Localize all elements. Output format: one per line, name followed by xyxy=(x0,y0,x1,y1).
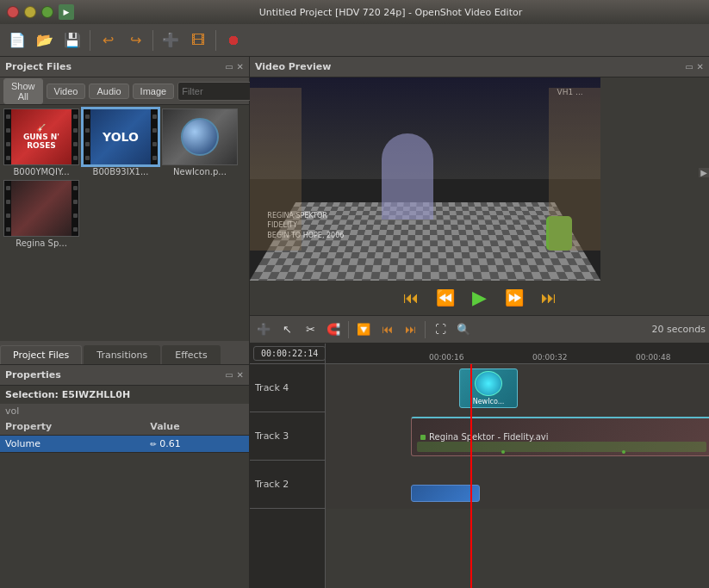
track-content-3[interactable]: Regina Spektor - Fidelity.avi xyxy=(326,412,709,461)
transitions-button[interactable]: 🎞 xyxy=(186,28,210,53)
minimize-button[interactable] xyxy=(24,6,36,18)
thumbnail-label-4: Regina Sp... xyxy=(16,238,67,248)
thumb-image-2: YOLO xyxy=(90,108,152,165)
fullscreen-button[interactable]: ⛶ xyxy=(430,319,451,340)
thumbnail-3 xyxy=(162,108,238,165)
filter-bar: Show All Video Audio Image 🧹 xyxy=(0,77,249,105)
properties-header: Properties ▭ ✕ xyxy=(0,365,249,386)
track-content-4[interactable]: NewIco... xyxy=(326,364,709,412)
play-button[interactable]: ▶ xyxy=(466,284,494,312)
track-labels-column: 00:00:22:14 Track 4 Track 3 Track 2 xyxy=(250,344,326,588)
properties-header-icons: ▭ ✕ xyxy=(225,370,244,380)
tab-project-files[interactable]: Project Files xyxy=(0,345,82,364)
jump-right-button[interactable]: ⏭ xyxy=(400,319,420,340)
col-value: Value xyxy=(145,418,249,436)
marker-button[interactable]: 🔽 xyxy=(353,319,374,340)
properties-filter: vol xyxy=(0,404,249,418)
scroll-arrow-area: ▶ xyxy=(699,69,709,275)
clip-label-regina: Regina Spektor - Fidelity.avi xyxy=(429,432,548,442)
save-button[interactable]: 💾 xyxy=(60,28,84,53)
jump-end-button[interactable]: ⏭ xyxy=(535,284,563,312)
timeline-ruler: 00:00:16 00:00:32 00:00:48 xyxy=(326,344,709,364)
film-strip-right-4 xyxy=(72,181,78,236)
scroll-right-arrow[interactable]: ▶ xyxy=(699,168,709,177)
close-props-icon[interactable]: ✕ xyxy=(237,370,244,380)
rewind-button[interactable]: ⏪ xyxy=(432,284,459,312)
left-panel: Project Files ▭ ✕ Show All Video Audio I… xyxy=(0,57,250,588)
add-button[interactable]: ➕ xyxy=(159,28,183,53)
right-panel: Video Preview ▭ ✕ xyxy=(250,57,709,588)
record-button[interactable]: ⏺ xyxy=(221,28,246,53)
project-file-item-3[interactable]: NewIcon.p... xyxy=(162,108,238,176)
video-preview-area: Video Preview ▭ ✕ xyxy=(250,57,709,315)
show-all-button[interactable]: Show All xyxy=(3,78,43,104)
minimize-panel-icon[interactable]: ▭ xyxy=(225,62,233,71)
video-filter-button[interactable]: Video xyxy=(47,84,86,99)
film-strip-left-2 xyxy=(84,109,90,164)
playhead xyxy=(470,364,472,588)
properties-selection: Selection: E5IWZHLL0H xyxy=(0,386,249,404)
close-button[interactable] xyxy=(7,6,19,18)
clip-blue[interactable] xyxy=(411,485,480,502)
toolbar-separator-3 xyxy=(215,30,216,51)
thumbnail-label-2: B00B93IX1... xyxy=(93,167,149,176)
project-files-header-icons: ▭ ✕ xyxy=(225,62,244,71)
image-filter-button[interactable]: Image xyxy=(133,84,175,99)
toolbar-separator-1 xyxy=(90,30,90,51)
thumb-image-3 xyxy=(163,109,237,164)
tab-transitions[interactable]: Transitions xyxy=(84,345,160,364)
select-tool-button[interactable]: ↖ xyxy=(277,319,297,340)
film-strip-right xyxy=(72,109,78,164)
property-row-volume[interactable]: Volume ✏ 0.61 xyxy=(0,436,249,453)
new-button[interactable]: 📄 xyxy=(5,28,29,53)
ruler-mark-2: 00:00:32 xyxy=(532,353,567,362)
add-track-button[interactable]: ➕ xyxy=(253,319,274,340)
audio-filter-button[interactable]: Audio xyxy=(89,84,128,99)
thumbnails-grid: 🎸GUNS N'ROSES B000YMQIY... YOLO xyxy=(0,105,249,341)
thumbnail-label-3: NewIcon.p... xyxy=(173,167,227,176)
timestamp-display: 00:00:22:14 xyxy=(253,346,326,361)
undo-button[interactable]: ↩ xyxy=(96,28,120,53)
project-file-item-1[interactable]: 🎸GUNS N'ROSES B000YMQIY... xyxy=(3,108,79,176)
ruler-mark-1: 00:00:16 xyxy=(429,353,463,362)
minimize-props-icon[interactable]: ▭ xyxy=(225,370,233,380)
track-row-3: Regina Spektor - Fidelity.avi xyxy=(326,412,709,461)
tab-effects[interactable]: Effects xyxy=(162,345,220,364)
minimize-preview-icon[interactable]: ▭ xyxy=(685,62,693,71)
properties-table: Property Value Volume ✏ 0.61 xyxy=(0,418,249,588)
window-title: Untitled Project [HDV 720 24p] - OpenSho… xyxy=(79,7,702,18)
track-content-2[interactable] xyxy=(326,461,709,509)
thumb-image-4 xyxy=(10,180,72,237)
thumbnail-2: YOLO xyxy=(83,108,159,165)
toolbar-separator-2 xyxy=(152,30,153,51)
main-toolbar: 📄 📂 💾 ↩ ↪ ➕ 🎞 ⏺ xyxy=(0,24,709,57)
project-file-item-2[interactable]: YOLO B00B93IX1... xyxy=(83,108,159,176)
zoom-out-button[interactable]: 🔍 xyxy=(453,319,474,340)
film-strip-left-4 xyxy=(4,181,11,236)
app-icon: ▶ xyxy=(59,4,74,20)
tl-sep-1 xyxy=(348,321,349,338)
close-panel-icon[interactable]: ✕ xyxy=(237,62,244,71)
magnet-button[interactable]: 🧲 xyxy=(323,319,344,340)
clip-newicon[interactable]: NewIco... xyxy=(459,368,518,408)
track-label-2: Track 2 xyxy=(250,461,325,509)
properties-panel: Properties ▭ ✕ Selection: E5IWZHLL0H vol… xyxy=(0,365,249,588)
fast-forward-button[interactable]: ⏩ xyxy=(501,284,528,312)
clip-regina[interactable]: Regina Spektor - Fidelity.avi xyxy=(411,417,709,456)
tl-sep-2 xyxy=(425,321,426,338)
maximize-button[interactable] xyxy=(41,6,53,18)
video-preview-canvas: REGINA SPEKTORFIDELITYBEGIN TO HOPE, 200… xyxy=(250,77,600,281)
waveform-marker-1 xyxy=(501,450,505,454)
redo-button[interactable]: ↪ xyxy=(123,28,147,53)
project-file-item-4[interactable]: Regina Sp... xyxy=(3,180,79,248)
open-button[interactable]: 📂 xyxy=(33,28,57,53)
jump-start-button[interactable]: ⏮ xyxy=(397,284,425,312)
playback-controls: ⏮ ⏪ ▶ ⏩ ⏭ xyxy=(250,281,709,315)
track-label-3: Track 3 xyxy=(250,412,325,461)
waveform xyxy=(417,442,706,452)
clip-icon xyxy=(475,371,502,396)
track-row-4: NewIco... xyxy=(326,364,709,412)
jump-left-button[interactable]: ⏮ xyxy=(376,319,397,340)
video-preview-title: Video Preview xyxy=(255,61,331,72)
razor-tool-button[interactable]: ✂ xyxy=(300,319,320,340)
